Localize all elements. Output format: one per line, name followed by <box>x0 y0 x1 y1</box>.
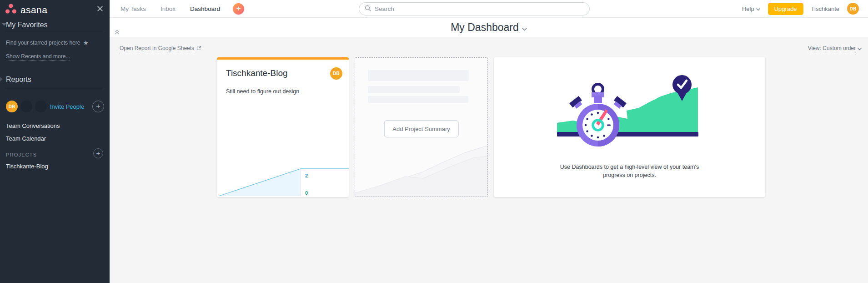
search-input[interactable] <box>375 5 584 12</box>
chart-ytick-high: 2 <box>305 173 308 178</box>
invite-add-button[interactable]: + <box>92 101 104 112</box>
tab-my-tasks[interactable]: My Tasks <box>120 5 146 12</box>
tab-inbox[interactable]: Inbox <box>161 5 176 12</box>
search-bar[interactable] <box>359 2 590 15</box>
asana-logo-icon <box>5 3 17 16</box>
chevron-down-icon <box>522 21 527 34</box>
asana-wordmark: asana <box>20 5 47 15</box>
search-icon <box>365 5 371 13</box>
info-caption: Use Dashboards to get a high-level view … <box>551 163 708 179</box>
sidebar-item-team-conversations[interactable]: Team Conversations <box>6 122 60 129</box>
empty-avatar[interactable] <box>20 101 32 112</box>
star-icon: ★ <box>83 39 89 46</box>
sidebar: asana My Favorites Find your starred pro… <box>0 0 110 283</box>
skeleton-bar <box>368 70 469 81</box>
tab-dashboard[interactable]: Dashboard <box>190 5 220 12</box>
project-owner-avatar: DB <box>330 67 342 80</box>
favorites-hint-text: Find your starred projects here <box>6 40 80 46</box>
help-menu[interactable]: Help <box>742 5 760 12</box>
page-title-text: My Dashboard <box>451 21 519 34</box>
show-recents-link[interactable]: Show Recents and more... <box>6 53 70 61</box>
sidebar-divider <box>6 88 104 88</box>
sidebar-avatar-db[interactable]: DB <box>6 101 18 112</box>
collapse-header-icon[interactable] <box>114 29 120 37</box>
sidebar-close-icon[interactable] <box>97 5 103 12</box>
invite-people-link[interactable]: Invite People <box>50 103 84 110</box>
project-card-title: Tischkante-Blog <box>226 68 288 78</box>
user-name[interactable]: Tischkante <box>811 5 839 12</box>
skeleton-bar <box>368 96 468 103</box>
sidebar-reports-title[interactable]: Reports <box>6 76 31 84</box>
add-project-summary-card: Add Project Summary <box>355 57 488 197</box>
sidebar-favorites-title[interactable]: My Favorites <box>6 21 48 29</box>
stopwatch <box>569 84 627 147</box>
open-report-link[interactable]: Open Report in Google Sheets <box>120 45 201 52</box>
sidebar-item-tischkante-blog[interactable]: Tischkante-Blog <box>6 163 48 170</box>
page-title[interactable]: My Dashboard <box>110 18 868 37</box>
dashboard-content: Open Report in Google Sheets View: Custo… <box>110 37 868 283</box>
add-project-summary-button[interactable]: Add Project Summary <box>384 120 458 137</box>
stopwatch-chart-illustration <box>494 67 765 158</box>
external-link-icon <box>196 45 201 52</box>
dashboard-header: My Dashboard <box>110 18 868 37</box>
add-project-button[interactable]: + <box>93 148 103 158</box>
sidebar-item-team-calendar[interactable]: Team Calendar <box>6 135 46 142</box>
empty-avatar[interactable] <box>35 101 47 112</box>
invite-row: DB Invite People + <box>6 101 104 112</box>
dashboard-cards: Tischkante-Blog DB Still need to figure … <box>217 57 765 197</box>
top-tabs: My Tasks Inbox Dashboard <box>120 5 220 12</box>
asana-logo[interactable]: asana <box>5 3 47 16</box>
dashboard-info-card: Use Dashboards to get a high-level view … <box>494 57 765 197</box>
view-order-dropdown[interactable]: View: Custom order <box>808 45 862 52</box>
sidebar-top: asana <box>0 0 110 18</box>
project-card-header: Tischkante-Blog DB <box>217 60 349 80</box>
help-label: Help <box>742 5 754 12</box>
open-report-text: Open Report in Google Sheets <box>120 45 194 52</box>
chart-ytick-low: 0 <box>305 190 308 196</box>
reports-collapse-caret[interactable] <box>0 77 3 81</box>
create-button[interactable]: + <box>233 3 244 15</box>
chevron-down-icon <box>858 45 862 52</box>
projects-header: PROJECTS + <box>6 150 103 158</box>
chevron-down-icon <box>756 5 760 12</box>
topbar-right: Help Upgrade Tischkante DB <box>742 3 859 15</box>
topbar: My Tasks Inbox Dashboard + Help Upgrade <box>110 0 868 18</box>
sidebar-divider <box>6 32 104 32</box>
view-order-text: View: Custom order <box>808 45 856 52</box>
project-summary-card[interactable]: Tischkante-Blog DB Still need to figure … <box>217 57 349 197</box>
upgrade-button[interactable]: Upgrade <box>768 3 803 15</box>
project-card-description: Still need to figure out design <box>217 88 349 95</box>
projects-header-label: PROJECTS <box>6 152 37 157</box>
user-avatar[interactable]: DB <box>847 3 859 15</box>
favorites-hint: Find your starred projects here ★ <box>6 39 89 46</box>
skeleton-bar <box>368 86 460 93</box>
